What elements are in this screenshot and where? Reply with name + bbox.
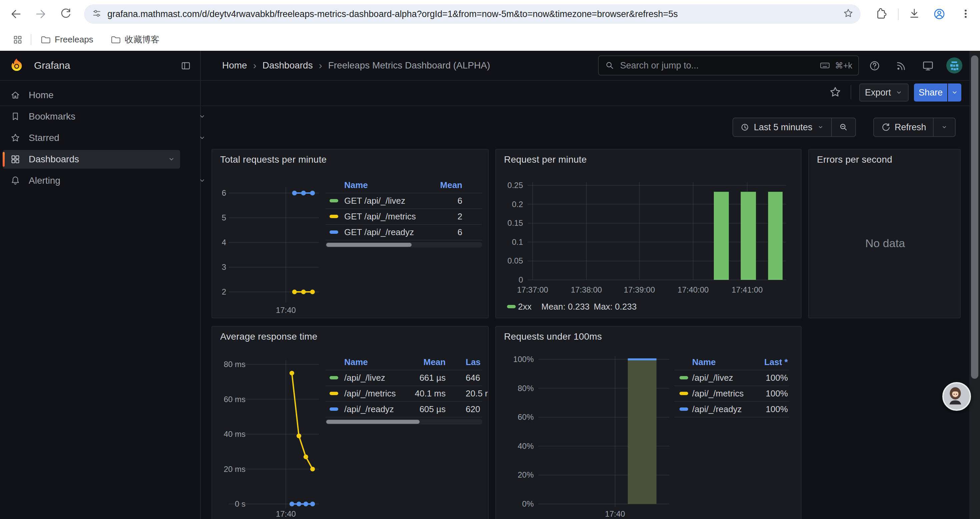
apps-grid-icon[interactable]	[12, 34, 23, 47]
extensions-icon[interactable]	[875, 7, 888, 21]
legend-scrollbar-thumb[interactable]	[326, 243, 412, 247]
series-color-pill[interactable]	[679, 392, 688, 395]
share-button[interactable]: Share	[914, 83, 947, 102]
breadcrumb-dashboards[interactable]: Dashboards	[262, 60, 313, 71]
time-range-picker[interactable]: Last 5 minutes	[733, 118, 831, 136]
series-color-pill[interactable]	[679, 376, 688, 379]
legend-value: 100%	[701, 404, 788, 414]
y-tick-label: 0.05	[496, 256, 523, 266]
panel-content: 100%80%60%40%20%0%17:40NameLast */api/_/…	[496, 327, 802, 519]
legend-scrollbar-thumb[interactable]	[326, 420, 420, 424]
grafana-top-nav: Grafana Home › Dashboards › Freeleaps Me…	[0, 51, 980, 81]
legend-column-header[interactable]: Last *	[701, 357, 788, 367]
toolbar-divider	[898, 9, 899, 20]
panel-total-requests[interactable]: Total requests per minute 6543217:40Name…	[212, 149, 488, 318]
sidebar-item-bookmarks[interactable]: Bookmarks	[3, 107, 196, 126]
series-color-pill[interactable]	[329, 392, 338, 395]
browser-forward-icon[interactable]	[34, 7, 48, 21]
series-color-pill[interactable]	[329, 376, 338, 379]
panel-errors-per-second[interactable]: Errors per second No data	[808, 149, 961, 318]
legend-value: 6	[375, 195, 462, 206]
bookmarks-bar: Freeleaps 收藏博客	[0, 28, 980, 51]
browser-reload-icon[interactable]	[59, 7, 72, 21]
site-info-icon[interactable]	[91, 8, 102, 20]
breadcrumb-separator: ›	[253, 60, 256, 71]
bookmark-folder-freeleaps[interactable]: Freeleaps	[40, 31, 94, 48]
dock-menu-icon[interactable]	[180, 60, 191, 73]
legend-value: 605 µs	[359, 404, 445, 414]
y-tick-label: 3	[212, 262, 226, 273]
x-tick-label: 17:40	[585, 509, 645, 519]
y-tick-label: 20%	[503, 469, 534, 480]
help-icon[interactable]	[868, 59, 881, 73]
profile-icon[interactable]	[932, 7, 946, 21]
zoom-out-button[interactable]	[832, 118, 855, 136]
y-tick-label: 40%	[503, 441, 534, 452]
panel-request-per-minute[interactable]: Request per minute 0.250.20.150.10.05017…	[495, 149, 802, 318]
panel-requests-under-100ms[interactable]: Requests under 100ms 100%80%60%40%20%0%1…	[495, 326, 802, 519]
brand-zone: Grafana	[0, 51, 201, 80]
legend-column-header[interactable]: Mean	[359, 357, 445, 367]
sidebar-nav: Home Bookmarks Starred Dashboards Alerti…	[0, 81, 201, 519]
series-color-pill[interactable]	[329, 199, 338, 203]
browser-menu-icon[interactable]	[959, 7, 973, 21]
actions-divider	[851, 85, 851, 99]
sidebar-item-starred[interactable]: Starred	[3, 129, 196, 147]
grafana-app: Grafana Home › Dashboards › Freeleaps Me…	[0, 51, 980, 519]
star-dashboard-icon[interactable]	[829, 86, 842, 100]
time-range-group: Last 5 minutes	[732, 118, 856, 137]
series-color-pill[interactable]	[329, 215, 338, 218]
grafana-logo-icon[interactable]	[10, 57, 24, 73]
sidebar-item-home[interactable]: Home	[3, 86, 196, 105]
y-tick-label: 4	[212, 237, 226, 248]
browser-back-icon[interactable]	[10, 7, 23, 21]
legend-column-header[interactable]: Mean	[375, 180, 462, 190]
y-tick-label: 80 ms	[212, 359, 245, 370]
refresh-interval-button[interactable]	[934, 118, 955, 136]
y-tick-label: 20 ms	[212, 464, 245, 474]
share-menu-button[interactable]	[948, 83, 961, 102]
page-scrollbar-thumb[interactable]	[971, 56, 978, 379]
export-button[interactable]: Export	[859, 83, 908, 102]
series-color-pill[interactable]	[329, 407, 338, 411]
legend-divider	[326, 224, 482, 225]
search-box[interactable]: ⌘+k	[598, 56, 859, 75]
kiosk-monitor-icon[interactable]	[922, 59, 935, 73]
chart-bar[interactable]	[496, 327, 802, 519]
legend-value: 6	[375, 227, 462, 238]
sidebar-item-dashboards[interactable]: Dashboards	[3, 150, 180, 169]
y-tick-label: 100%	[503, 354, 534, 365]
y-tick-label: 0.25	[496, 180, 523, 191]
y-tick-label: 6	[212, 188, 226, 198]
legend-column-header[interactable]: Name	[344, 180, 368, 190]
x-tick-label: 17:40	[256, 509, 316, 519]
news-icon[interactable]	[895, 59, 908, 73]
address-bar[interactable]	[84, 4, 861, 24]
series-color-pill[interactable]	[329, 230, 338, 234]
series-color-pill[interactable]	[679, 407, 688, 411]
legend-value: 2	[375, 211, 462, 222]
bookmark-star-icon[interactable]	[843, 8, 854, 21]
legend-column-header[interactable]: Las	[466, 357, 488, 367]
legend-divider	[326, 417, 482, 417]
y-tick-label: 5	[212, 212, 226, 223]
panel-avg-response-time[interactable]: Average response time 80 ms60 ms40 ms20 …	[212, 326, 488, 519]
refresh-group: Refresh	[873, 118, 956, 137]
legend-series-name[interactable]: 2xx	[518, 301, 531, 312]
url-input[interactable]	[107, 9, 843, 20]
series-color-pill[interactable]	[507, 305, 516, 308]
bookmark-folder-blogs[interactable]: 收藏博客	[110, 31, 159, 48]
legend-divider	[326, 193, 482, 193]
downloads-icon[interactable]	[908, 7, 921, 21]
breadcrumb-home[interactable]: Home	[222, 60, 247, 71]
y-tick-label: 60 ms	[212, 394, 245, 405]
search-input[interactable]	[619, 60, 815, 71]
user-avatar[interactable]	[946, 57, 963, 73]
chevron-down-icon[interactable]	[167, 155, 176, 164]
sidebar-item-alerting[interactable]: Alerting	[3, 171, 196, 190]
refresh-button[interactable]: Refresh	[874, 118, 933, 136]
no-data-text: No data	[809, 237, 961, 250]
floating-avatar[interactable]	[942, 382, 971, 411]
page-scrollbar[interactable]	[969, 51, 980, 519]
y-tick-label: 0.1	[496, 237, 523, 248]
